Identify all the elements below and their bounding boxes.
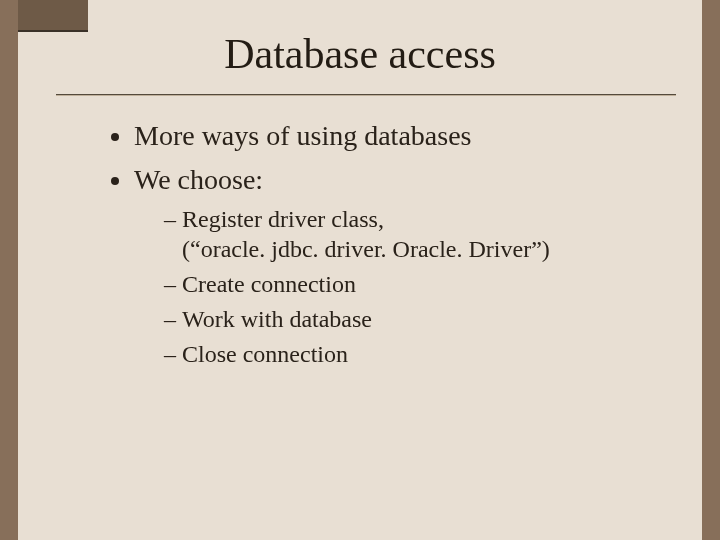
sub-bullet-text-line2: (“oracle. jdbc. driver. Oracle. Driver”) [182, 234, 662, 265]
title-divider [56, 94, 676, 95]
sub-bullet-item: Close connection [164, 339, 662, 370]
sub-bullet-item: Create connection [164, 269, 662, 300]
slide-title: Database access [18, 30, 702, 78]
bullet-list: More ways of using databases We choose: … [106, 118, 662, 369]
title-wrap: Database access [18, 30, 702, 78]
corner-decoration [18, 0, 88, 32]
sub-bullet-text: Close connection [182, 341, 348, 367]
sub-bullet-item: Register driver class, (“oracle. jdbc. d… [164, 204, 662, 265]
sub-bullet-item: Work with database [164, 304, 662, 335]
bullet-text: More ways of using databases [134, 120, 471, 151]
slide-content: More ways of using databases We choose: … [106, 116, 662, 377]
bullet-text: We choose: [134, 164, 263, 195]
sub-bullet-text: Register driver class, [182, 206, 384, 232]
sub-bullet-text: Create connection [182, 271, 356, 297]
bullet-item: More ways of using databases [134, 118, 662, 154]
sub-bullet-text: Work with database [182, 306, 372, 332]
sub-bullet-list: Register driver class, (“oracle. jdbc. d… [134, 204, 662, 370]
bullet-item: We choose: Register driver class, (“orac… [134, 162, 662, 369]
slide: Database access More ways of using datab… [18, 0, 702, 540]
